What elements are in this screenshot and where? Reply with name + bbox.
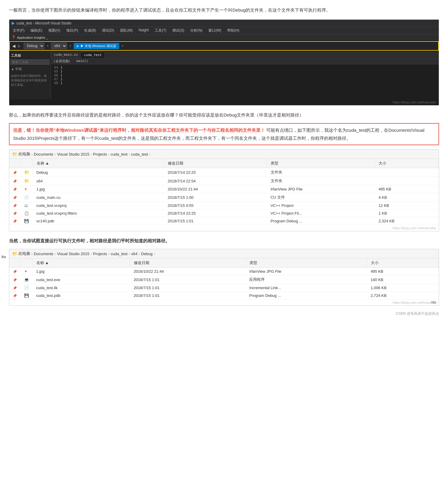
fe-type: 文件夹 [267,177,375,185]
menu-team[interactable]: 团队(M) [119,27,134,34]
code-line-68: 68 } [51,81,439,85]
menu-project[interactable]: 项目(P) [65,27,79,34]
fe2-icon-col: 💻 [21,275,32,284]
fe-pin-col: 📌 [9,193,21,202]
fe2-date: 2018/7/15 1:01 [130,275,246,284]
table-row[interactable]: 📌 ✦ 1.jpg 2016/10/22 21:44 IrfanView JPG… [9,268,439,275]
table-row[interactable]: 📌 📄 cuda_test.ilk 2018/7/15 1:01 Increme… [9,284,439,292]
play-icon: ▶ [77,44,79,48]
menu-build[interactable]: 生成(B) [83,27,97,34]
toolbox-title: 工具箱 [10,53,49,58]
fe-date: 2016/10/22 21:44 [164,185,267,193]
run-button[interactable]: ▶ ▶ 本地 Windows 调试器 [74,43,119,49]
section2-text: 当然，当你试图直接运行可执行文件时，相对路径是我们平时所知道的相对路径。 [9,237,439,245]
fe2-th-type: 类型 [246,258,367,268]
bc2-vs2015: Visual Studio 2015 [57,252,89,256]
fe-pin-col: 📌 [9,202,21,210]
fe2-size: 2,724 KB [367,292,438,300]
fe2-name: cuda_test.exe [32,275,130,284]
fe2-pin-col: 📌 [9,275,21,284]
highlight-red-text: 但是，错！当你使用"本地Windows调试器"来运行程序时，相对路径其实在你工程… [13,128,265,133]
fe-icon-col: 📁 [21,177,33,185]
location-pin-icon: 📍 [12,35,16,39]
debug-forward-icon[interactable]: ▶ [18,44,21,48]
menu-window[interactable]: 窗口(W) [207,27,222,34]
debug-config-select[interactable]: Debug [24,43,44,49]
folder-icon: 📁 [12,152,17,156]
tab-cuda-main[interactable]: cuda_main.cu [51,52,81,58]
arch-select[interactable]: x64 [51,43,67,49]
table-row[interactable]: 📌 💾 cuda_test.pdb 2018/7/15 1:01 Program… [9,292,439,300]
fe1-th-size: 大小 [375,159,439,168]
menu-edit[interactable]: 编辑(E) [29,27,44,34]
fe2-icon-col: 💾 [21,292,32,300]
toolbox-search-input[interactable] [10,59,49,65]
fe-icon-col: 🗂 [21,202,33,210]
fe-date: 2018/7/15 1:01 [164,217,267,225]
menu-test[interactable]: 测试(S) [171,27,185,34]
fe-name: x64 [33,177,164,185]
table-row[interactable]: 📌 💻 cuda_test.exe 2018/7/15 1:01 应用程序 14… [9,275,439,284]
fe-date: 2018/7/14 22:54 [164,177,267,185]
fe-pin-col: 📌 [9,177,21,185]
menu-nsight[interactable]: Nsight [137,27,150,34]
toolbox-section-label: ▲ 常规 [10,66,49,72]
vs-toolbar: 📍 Application Insights _ [9,34,439,40]
fe1-header-row: 名称 ▲ 修改日期 类型 大小 [9,159,439,168]
fe2-table: 名称 ▲ 修改日期 类型 大小 📌 ✦ 1.jpg 2016/10/22 21:… [9,258,439,300]
bc2-docs: Documents [34,252,53,256]
fe2-size: 140 KB [367,275,438,284]
code-line-64: 64 } [51,66,439,69]
vs-titlebar: ▶ cuda_test - Microsoft Visual Studio [9,20,439,27]
scope-dropdown[interactable]: (全局范围) [53,59,70,63]
table-row[interactable]: 📌 💾 vc140.pdb 2018/7/15 1:01 Program Deb… [9,217,439,225]
fe-date: 2018/7/15 1:00 [164,193,267,202]
bc2-cuda-test: cuda_test [111,252,127,256]
fe2-pin-col: 📌 [9,292,21,300]
bc-projects: Projects [93,152,107,156]
table-row[interactable]: 📌 📋 cuda_test.vcxproj.filters 2018/7/14 … [9,210,439,217]
fe-name: cuda_test.vcxproj.filters [33,210,164,217]
fe2-name: 1.jpg [32,268,130,275]
fe1-th-type: 类型 [267,159,375,168]
fe-pin-col: 📌 [9,168,21,177]
bc-cuda-test2: cuda_test [131,152,148,156]
fe2-name: cuda_test.pdb [32,292,130,300]
table-row[interactable]: 📌 📄 cuda_main.cu 2018/7/15 1:00 CU 文件 4 … [9,193,439,202]
highlight-box: 但是，错！当你使用"本地Windows调试器"来运行程序时，相对路径其实在你工程… [9,123,439,145]
bc2-pc: 此电脑 [18,251,30,256]
menu-view[interactable]: 视图(V) [47,27,61,34]
table-row[interactable]: 📌 ✦ 1.jpg 2016/10/22 21:44 IrfanView JPG… [9,185,439,193]
bc2-projects: Projects [93,252,107,256]
table-row[interactable]: 📌 📁 Debug 2018/7/14 22:25 文件夹 [9,168,439,177]
menu-debug[interactable]: 调试(D) [101,27,115,34]
table-row[interactable]: 📌 📁 x64 2018/7/14 22:54 文件夹 [9,177,439,185]
debug-back-icon[interactable]: ◀ [12,44,15,48]
vs-menubar[interactable]: 文件(F) 编辑(E) 视图(V) 项目(P) 生成(B) 调试(D) 团队(M… [9,27,439,34]
menu-analyze[interactable]: 分析(N) [189,27,204,34]
fe-type: 文件夹 [267,168,375,177]
fe2-pin-col: 📌 [9,268,21,275]
fe2-date: 2016/10/22 21:44 [130,268,246,275]
file-explorer-2: 📁 此电脑 › Documents › Visual Studio 2015 ›… [9,249,439,306]
fe-name: 1.jpg [33,185,164,193]
vs-toolbox-panel: 工具箱 ▲ 常规 此组中没有可用的控件。将某项拖至此文本可将其添加到工具箱。 [9,52,51,99]
menu-file[interactable]: 文件(F) [12,27,26,34]
fe2-icon-col: ✦ [21,268,32,275]
menu-help[interactable]: 帮助(H) [226,27,241,34]
menu-tools[interactable]: 工具(T) [154,27,168,34]
function-dropdown[interactable]: main() [76,59,88,63]
fe2-th-pin [9,258,21,268]
fe-name: Debug [33,168,164,177]
file-explorer-1: 📁 此电脑 › Documents › Visual Studio 2015 ›… [9,149,439,231]
fe-pin-col: 📌 [9,185,21,193]
side-label-nts: nts [431,300,436,304]
fe1-th-pin2 [21,159,33,168]
fe-size: 1 KB [375,210,439,217]
content-with-side-labels: Its 当然，当你试图直接运行可执行文件时，相对路径是我们平时所知道的相对路径。… [9,237,439,306]
tab-cuda-test[interactable]: cuda_test [81,52,105,58]
fe-size [375,177,439,185]
fe-size: 12 KB [375,202,439,210]
table-row[interactable]: 📌 🗂 cuda_test.vcxproj 2018/7/15 0:55 VC+… [9,202,439,210]
vs-editor-tabs: cuda_main.cu cuda_test [51,52,439,58]
